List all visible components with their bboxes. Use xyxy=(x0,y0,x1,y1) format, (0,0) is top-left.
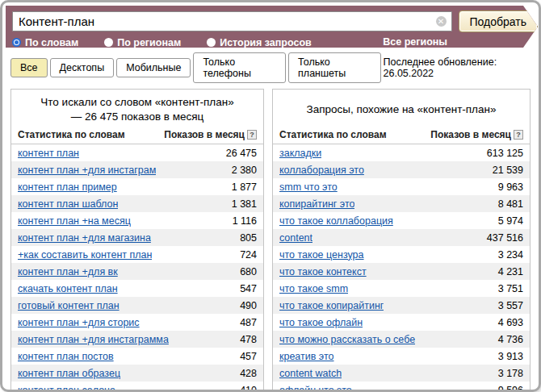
table-row: smm что это 9 963 xyxy=(273,178,530,195)
keyword-link[interactable]: что такое коллаборация xyxy=(279,215,393,227)
impressions-value: 724 xyxy=(240,249,257,261)
impressions-value: 1 116 xyxy=(233,215,257,227)
impressions-value: 4 231 xyxy=(498,266,523,277)
keyword-link[interactable]: контент план шаблон xyxy=(18,198,118,210)
impressions-value: 428 xyxy=(240,368,257,379)
keyword-link[interactable]: контент план постов xyxy=(18,351,114,362)
panel-with-word: Что искали со словом «контент-план» — 26… xyxy=(10,89,264,392)
impressions-value: 487 xyxy=(240,317,257,328)
impressions-value: 437 516 xyxy=(487,232,523,244)
impressions-value: 2 380 xyxy=(232,165,257,176)
keyword-link[interactable]: контент план +для вк xyxy=(18,266,118,277)
keyword-link[interactable]: креатив это xyxy=(279,351,334,362)
last-update-text: Последнее обновление: 26.05.2022 xyxy=(384,56,531,79)
help-icon[interactable]: ? xyxy=(514,130,523,140)
panel-title: Запросы, похожие на «контент-план» xyxy=(273,90,530,127)
radio-icon xyxy=(12,38,21,47)
col-keyword-header: Статистика по словам xyxy=(279,129,387,140)
table-row: content watch 3 178 xyxy=(273,365,530,382)
impressions-value: 3 178 xyxy=(498,368,523,379)
mode-switcher: По словам По регионам История запросов В… xyxy=(6,34,538,48)
impressions-value: 410 xyxy=(240,385,257,392)
keyword-link[interactable]: что такое офлайн xyxy=(279,317,363,328)
keyword-link[interactable]: контент план xyxy=(18,148,79,159)
keyword-link[interactable]: что такое контекст xyxy=(279,266,367,277)
table-row: контент план +для инстаграм 2 380 xyxy=(11,161,263,178)
search-field-wrap: ✕ xyxy=(12,11,452,31)
keyword-link[interactable]: контент план +для инстаграмма xyxy=(18,334,169,345)
keyword-link[interactable]: content watch xyxy=(279,368,342,379)
radio-by-regions[interactable]: По регионам xyxy=(104,37,181,48)
radio-icon xyxy=(104,38,113,47)
submit-button[interactable]: Подобрать xyxy=(459,10,539,32)
radio-query-history[interactable]: История запросов xyxy=(207,37,312,48)
impressions-value: 1 877 xyxy=(232,181,257,193)
impressions-value: 490 xyxy=(240,300,257,311)
col-keyword-header: Статистика по словам xyxy=(18,129,125,140)
radio-by-words[interactable]: По словам xyxy=(12,37,78,48)
keyword-link[interactable]: smm что это xyxy=(279,181,338,193)
tab-all[interactable]: Все xyxy=(10,58,48,77)
keyword-link[interactable]: скачать контент план xyxy=(18,283,118,294)
keyword-link[interactable]: коллаборация это xyxy=(279,165,364,176)
keyword-link[interactable]: что такое копирайтинг xyxy=(279,300,384,311)
table-row: готовый контент план 490 xyxy=(11,297,263,314)
table-row: контент план салона 410 xyxy=(11,382,263,392)
table-row: content 437 516 xyxy=(273,229,530,246)
help-icon[interactable]: ? xyxy=(247,130,257,140)
search-input[interactable] xyxy=(12,11,452,31)
device-tabs: Все Десктопы Мобильные Только телефоны Т… xyxy=(10,52,531,83)
table-row: что такое копирайтинг 3 557 xyxy=(273,297,530,314)
tab-phones-only[interactable]: Только телефоны xyxy=(193,52,286,83)
impressions-value: 4 736 xyxy=(498,334,523,345)
table-row: контент план образец 428 xyxy=(11,365,263,382)
keyword-link[interactable]: контент план +для сторис xyxy=(18,317,140,328)
clear-icon[interactable]: ✕ xyxy=(436,16,447,27)
table-row: +как составить контент план 724 xyxy=(11,246,263,263)
tab-desktops[interactable]: Десктопы xyxy=(50,58,115,77)
keyword-link[interactable]: что можно рассказать о себе xyxy=(279,334,415,345)
table-row: контент план 26 475 xyxy=(11,144,263,161)
keyword-link[interactable]: контент план +для магазина xyxy=(18,232,151,244)
keyword-table: закладки 613 125 коллаборация это 21 539… xyxy=(273,144,530,392)
keyword-link[interactable]: закладки xyxy=(279,148,321,159)
impressions-value: 21 539 xyxy=(493,165,523,176)
table-row: офлайн что это 9 596 xyxy=(273,382,530,392)
impressions-value: 457 xyxy=(240,351,257,362)
keyword-link[interactable]: +как составить контент план xyxy=(18,249,152,261)
impressions-value: 8 481 xyxy=(498,198,523,210)
tab-tablets-only[interactable]: Только планшеты xyxy=(288,52,380,83)
keyword-link[interactable]: контент план +для инстаграм xyxy=(18,165,156,176)
impressions-value: 9 596 xyxy=(498,385,523,392)
impressions-value: 3 234 xyxy=(498,249,523,261)
table-row: контент план постов 457 xyxy=(11,348,263,365)
keyword-link[interactable]: офлайн что это xyxy=(279,385,352,392)
table-row: контент план шаблон 1 381 xyxy=(11,195,263,212)
radio-icon xyxy=(207,38,216,47)
keyword-link[interactable]: контент план салона xyxy=(18,385,115,392)
impressions-value: 4 693 xyxy=(498,317,523,328)
impressions-value: 3 557 xyxy=(498,300,523,311)
table-row: контент план +на месяц 1 116 xyxy=(11,212,263,229)
impressions-value: 5 974 xyxy=(498,215,523,227)
keyword-link[interactable]: контент план +на месяц xyxy=(18,215,131,227)
tab-mobile[interactable]: Мобильные xyxy=(116,58,191,77)
impressions-value: 26 475 xyxy=(226,148,257,159)
keyword-link[interactable]: готовый контент план xyxy=(18,300,120,311)
impressions-value: 3 913 xyxy=(498,351,523,362)
table-row: коллаборация это 21 539 xyxy=(273,161,530,178)
impressions-value: 547 xyxy=(240,283,257,294)
keyword-link[interactable]: копирайтинг это xyxy=(279,198,354,210)
all-regions-link[interactable]: Все регионы xyxy=(383,36,447,48)
keyword-link[interactable]: что такое smm xyxy=(279,283,348,294)
keyword-link[interactable]: что такое цензура xyxy=(279,249,364,261)
table-row: контент план пример 1 877 xyxy=(11,178,263,195)
table-row: что такое контекст 4 231 xyxy=(273,263,530,280)
results-area: Что искали со словом «контент-план» — 26… xyxy=(10,89,531,392)
keyword-link[interactable]: контент план образец xyxy=(18,368,120,379)
keyword-link[interactable]: content xyxy=(279,232,312,244)
impressions-value: 1 381 xyxy=(232,198,257,210)
table-header: Статистика по словам Показов в месяц ? xyxy=(273,127,530,144)
keyword-link[interactable]: контент план пример xyxy=(18,181,117,193)
impressions-value: 680 xyxy=(240,266,257,277)
